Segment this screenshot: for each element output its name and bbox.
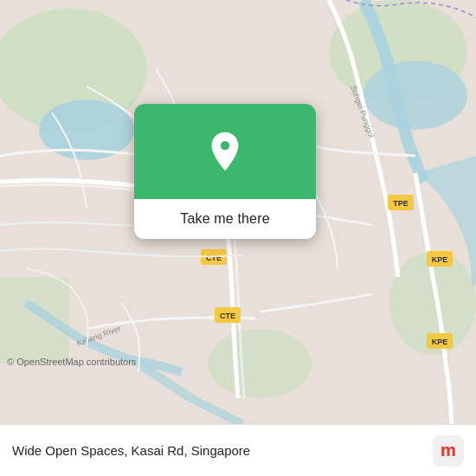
svg-point-22 [221, 141, 229, 150]
take-me-there-button[interactable]: Take me there [134, 199, 316, 239]
copyright-text: © OpenStreetMap contributors [7, 357, 136, 367]
svg-point-3 [208, 329, 312, 398]
map-container: SLE CTE CTE TPE KPE KPE Kallang River Su… [0, 0, 476, 424]
svg-text:KPE: KPE [432, 338, 448, 346]
moovit-icon: m [433, 435, 464, 466]
location-pin-icon [204, 131, 246, 172]
popup-green-area [134, 104, 316, 199]
svg-point-7 [363, 61, 467, 130]
svg-text:CTE: CTE [206, 254, 222, 262]
place-name: Wide Open Spaces, Kasai Rd, Singapore [12, 443, 424, 458]
popup-card: Take me there [134, 104, 316, 239]
svg-text:CTE: CTE [220, 312, 235, 320]
bottom-bar: Wide Open Spaces, Kasai Rd, Singapore m [0, 424, 476, 476]
svg-text:TPE: TPE [393, 199, 408, 208]
svg-text:KPE: KPE [432, 255, 448, 264]
moovit-logo: m [433, 435, 464, 466]
